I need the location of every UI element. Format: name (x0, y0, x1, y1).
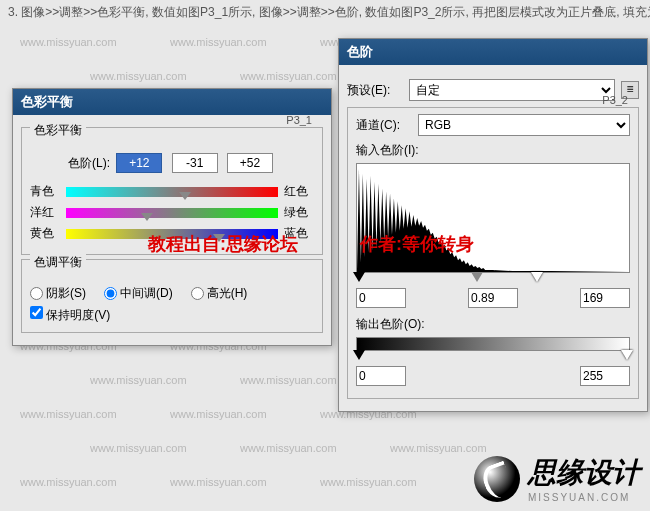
credit-author: 作者:等你转身 (360, 232, 474, 256)
tone-balance-group: 色调平衡 阴影(S) 中间调(D) 高光(H) 保持明度(V) (21, 259, 323, 333)
label-red: 红色 (284, 183, 314, 200)
level-input-2[interactable] (172, 153, 218, 173)
output-levels-label: 输出色阶(O): (356, 316, 630, 333)
slider-cyan-red[interactable] (66, 187, 278, 197)
input-white-handle[interactable] (531, 272, 543, 282)
color-balance-legend: 色彩平衡 (30, 122, 86, 139)
tone-balance-legend: 色调平衡 (30, 254, 86, 271)
logo-text: 思缘设计 (528, 454, 640, 492)
levels-dialog: 色阶 预设(E): 自定 ≡ P3_2 通道(C): RGB 输入色阶(I): (338, 38, 648, 412)
radio-shadows[interactable]: 阴影(S) (30, 285, 86, 302)
output-white-handle[interactable] (621, 350, 633, 360)
output-slider-track[interactable] (356, 350, 630, 362)
logo-subtext: MISSYUAN.COM (528, 492, 640, 503)
label-cyan: 青色 (30, 183, 60, 200)
output-black-handle[interactable] (353, 350, 365, 360)
input-white-value[interactable] (580, 288, 630, 308)
label-magenta: 洋红 (30, 204, 60, 221)
levels-title[interactable]: 色阶 (339, 39, 647, 65)
site-logo: 思缘设计 MISSYUAN.COM (474, 454, 640, 503)
channel-label: 通道(C): (356, 117, 412, 134)
level-label: 色阶(L): (68, 156, 110, 170)
input-black-handle[interactable] (353, 272, 365, 282)
panel-name-p3-2: P3_2 (602, 94, 628, 106)
slider-magenta-green[interactable] (66, 208, 278, 218)
credit-source: 教程出自:思缘论坛 (148, 232, 298, 256)
radio-highlights[interactable]: 高光(H) (191, 285, 248, 302)
preset-select[interactable]: 自定 (409, 79, 615, 101)
input-levels-label: 输入色阶(I): (356, 142, 630, 159)
input-black-value[interactable] (356, 288, 406, 308)
output-black-value[interactable] (356, 366, 406, 386)
output-white-value[interactable] (580, 366, 630, 386)
histogram (356, 163, 630, 273)
input-gamma-value[interactable] (468, 288, 518, 308)
logo-icon (474, 456, 520, 502)
panel-name-p3-1: P3_1 (286, 114, 312, 126)
color-balance-title[interactable]: 色彩平衡 (13, 89, 331, 115)
output-gradient (356, 337, 630, 351)
checkbox-preserve-luminosity[interactable]: 保持明度(V) (30, 308, 110, 322)
label-yellow: 黄色 (30, 225, 60, 242)
channel-select[interactable]: RGB (418, 114, 630, 136)
color-balance-dialog: 色彩平衡 P3_1 色彩平衡 色阶(L): 青色 红色 洋红 绿色 黄色 (12, 88, 332, 346)
input-gamma-handle[interactable] (471, 272, 483, 282)
level-input-3[interactable] (227, 153, 273, 173)
level-input-1[interactable] (116, 153, 162, 173)
input-slider-track[interactable] (356, 272, 630, 284)
label-green: 绿色 (284, 204, 314, 221)
radio-midtones[interactable]: 中间调(D) (104, 285, 173, 302)
instruction-text: 3. 图像>>调整>>色彩平衡, 数值如图P3_1所示, 图像>>调整>>色阶,… (0, 0, 650, 25)
preset-label: 预设(E): (347, 82, 403, 99)
